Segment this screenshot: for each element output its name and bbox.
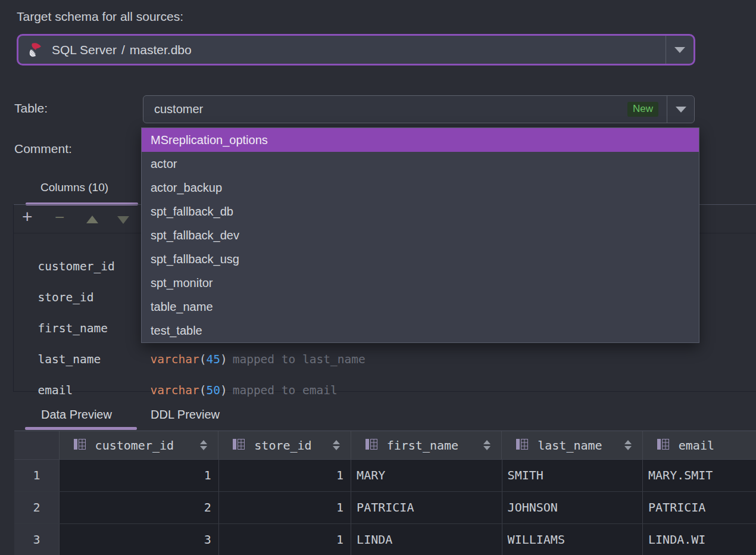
column-name: email: [38, 383, 150, 398]
column-row[interactable]: emailvarchar(50)mapped to email: [24, 367, 338, 383]
table-name-combobox[interactable]: customer New: [143, 95, 695, 123]
column-length: 45: [206, 353, 220, 366]
paren-close: ): [220, 353, 227, 366]
cell-customer-id[interactable]: 1: [60, 460, 219, 491]
table-dropdown-button[interactable]: [667, 96, 694, 123]
column-icon: [365, 438, 377, 453]
column-icon: [74, 438, 86, 453]
row-number[interactable]: 3: [14, 524, 60, 555]
row-number[interactable]: 1: [14, 460, 60, 491]
dropdown-item[interactable]: spt_fallback_db: [142, 199, 699, 223]
row-number[interactable]: 2: [14, 492, 60, 523]
sort-icon[interactable]: [483, 440, 491, 450]
table-row[interactable]: 1 1 1 MARY SMITH MARY.SMIT: [14, 460, 756, 492]
schema-name: master.dbo: [130, 43, 192, 57]
grid-header-label: last_name: [538, 438, 602, 453]
cell-store-id[interactable]: 1: [219, 460, 351, 491]
move-column-up-button[interactable]: [86, 216, 98, 223]
tab-columns[interactable]: Columns (10): [40, 181, 108, 194]
cell-last-name[interactable]: SMITH: [502, 460, 643, 491]
grid-header-label: email: [679, 438, 714, 453]
column-name: store_id: [38, 290, 150, 305]
table-row[interactable]: 2 2 1 PATRICIA JOHNSON PATRICIA: [14, 492, 756, 524]
dropdown-item[interactable]: spt_monitor: [142, 271, 699, 295]
column-mapping: mapped to last_name: [227, 353, 365, 366]
dropdown-item[interactable]: test_table: [142, 319, 699, 342]
grid-header-label: customer_id: [95, 438, 174, 453]
cell-email[interactable]: LINDA.WI: [643, 524, 756, 555]
grid-header-label: first_name: [387, 438, 458, 453]
add-column-button[interactable]: +: [22, 208, 33, 226]
grid-corner-cell: [14, 431, 60, 459]
schema-dropdown-button[interactable]: [666, 36, 693, 64]
column-row[interactable]: first_namev: [24, 305, 157, 321]
cell-customer-id[interactable]: 2: [60, 492, 219, 523]
dropdown-item[interactable]: actor_backup: [142, 176, 699, 199]
sort-icon[interactable]: [333, 440, 340, 450]
table-row[interactable]: 3 3 1 LINDA WILLIAMS LINDA.WI: [14, 524, 756, 555]
column-row[interactable]: store_ids: [24, 275, 157, 290]
column-icon: [233, 438, 245, 453]
column-name: first_name: [38, 321, 150, 336]
cell-email[interactable]: PATRICIA: [643, 492, 756, 523]
dropdown-item[interactable]: spt_fallback_dev: [142, 223, 699, 247]
cell-first-name[interactable]: MARY: [351, 460, 502, 491]
grid-header-email[interactable]: email: [643, 431, 756, 459]
column-mapping: mapped to email: [227, 383, 338, 397]
paren-open: (: [199, 353, 207, 366]
cell-customer-id[interactable]: 3: [60, 524, 219, 555]
tab-data-preview[interactable]: Data Preview: [41, 408, 112, 422]
dropdown-item[interactable]: MSreplication_options: [142, 128, 699, 152]
cell-store-id[interactable]: 1: [219, 492, 351, 523]
cell-last-name[interactable]: WILLIAMS: [502, 524, 643, 555]
data-preview-grid: customer_id store_id first_name last_nam…: [14, 431, 756, 555]
target-schema-combobox[interactable]: SQL Server / master.dbo: [17, 34, 695, 66]
tab-data-preview-indicator: [25, 427, 137, 430]
dropdown-item[interactable]: spt_fallback_usg: [142, 247, 699, 271]
target-schema-label: Target schema for all sources:: [17, 10, 183, 24]
table-label: Table:: [14, 101, 48, 116]
column-type: varchar: [150, 383, 199, 397]
comment-label: Comment:: [14, 142, 72, 156]
grid-header-customer-id[interactable]: customer_id: [60, 431, 219, 459]
cell-first-name[interactable]: LINDA: [351, 524, 502, 555]
grid-header-last-name[interactable]: last_name: [502, 431, 643, 459]
schema-db-name: SQL Server: [52, 43, 117, 57]
column-name: customer_id: [38, 259, 150, 275]
chevron-down-icon: [676, 107, 686, 113]
cell-first-name[interactable]: PATRICIA: [351, 492, 502, 523]
chevron-down-icon: [674, 47, 685, 53]
column-icon: [657, 438, 669, 453]
grid-header-store-id[interactable]: store_id: [218, 431, 351, 459]
column-length: 50: [206, 383, 220, 397]
cell-last-name[interactable]: JOHNSON: [502, 492, 643, 523]
move-column-down-button[interactable]: [117, 216, 129, 224]
cell-store-id[interactable]: 1: [219, 524, 351, 555]
remove-column-button[interactable]: −: [55, 208, 64, 226]
tab-ddl-preview[interactable]: DDL Preview: [151, 408, 220, 422]
dropdown-item[interactable]: table_name: [142, 295, 699, 319]
sort-icon[interactable]: [200, 440, 207, 450]
column-row[interactable]: customer_idi: [24, 244, 157, 259]
column-icon: [516, 438, 528, 453]
grid-header-label: store_id: [254, 438, 311, 453]
table-dropdown-list: MSreplication_options actor actor_backup…: [141, 127, 699, 343]
paren-open: (: [199, 383, 207, 397]
grid-header-first-name[interactable]: first_name: [351, 431, 502, 459]
schema-separator: /: [117, 43, 130, 57]
column-name: last_name: [38, 352, 150, 367]
cell-email[interactable]: MARY.SMIT: [643, 460, 756, 491]
sort-icon[interactable]: [624, 440, 632, 450]
dropdown-item[interactable]: actor: [142, 152, 699, 176]
table-name-value: customer: [143, 102, 203, 116]
sql-server-icon: [28, 42, 43, 58]
new-badge: New: [627, 102, 658, 117]
grid-header-row: customer_id store_id first_name last_nam…: [14, 431, 756, 460]
paren-close: ): [220, 383, 227, 397]
column-type: varchar: [150, 353, 199, 366]
